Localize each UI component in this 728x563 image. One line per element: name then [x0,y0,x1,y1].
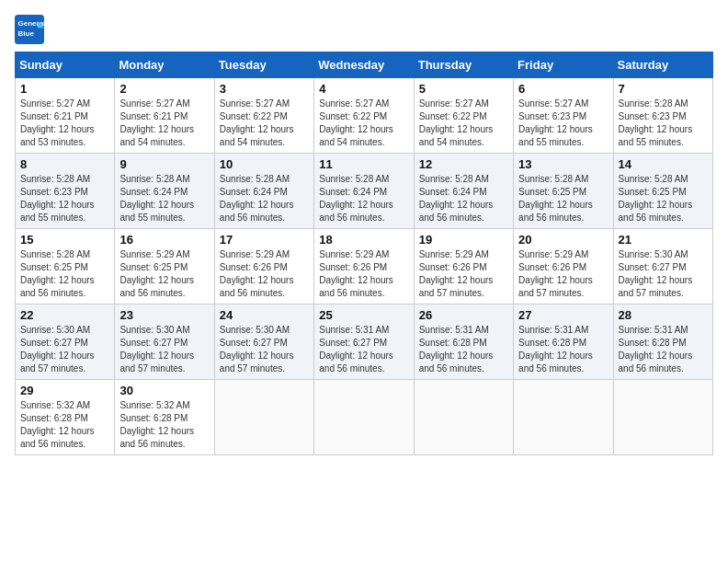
day-number: 15 [20,233,109,247]
day-info: Sunrise: 5:27 AMSunset: 6:22 PMDaylight:… [419,98,508,149]
day-info: Sunrise: 5:30 AMSunset: 6:27 PMDaylight:… [220,324,309,375]
day-info: Sunrise: 5:31 AMSunset: 6:28 PMDaylight:… [419,324,508,375]
day-number: 30 [119,384,209,397]
day-number: 13 [518,157,608,171]
day-info: Sunrise: 5:29 AMSunset: 6:26 PMDaylight:… [518,248,608,300]
day-header-monday: Monday [115,52,214,78]
calendar-cell: 12Sunrise: 5:28 AMSunset: 6:24 PMDayligh… [414,154,513,229]
day-number: 28 [619,308,708,322]
day-info: Sunrise: 5:29 AMSunset: 6:25 PMDaylight:… [119,248,209,300]
logo: General Blue [15,15,48,44]
day-number: 26 [419,308,508,322]
calendar-table: SundayMondayTuesdayWednesdayThursdayFrid… [15,52,713,455]
day-number: 9 [119,157,209,171]
day-header-tuesday: Tuesday [214,52,313,78]
day-number: 4 [319,82,408,96]
day-header-sunday: Sunday [16,52,115,78]
day-info: Sunrise: 5:27 AMSunset: 6:22 PMDaylight:… [319,98,408,149]
calendar-cell: 4Sunrise: 5:27 AMSunset: 6:22 PMDaylight… [314,78,414,154]
day-info: Sunrise: 5:30 AMSunset: 6:27 PMDaylight:… [119,324,209,375]
day-info: Sunrise: 5:29 AMSunset: 6:26 PMDaylight:… [319,248,408,300]
calendar-row: 29Sunrise: 5:32 AMSunset: 6:28 PMDayligh… [16,380,713,455]
svg-text:Blue: Blue [18,29,35,38]
calendar-cell: 14Sunrise: 5:28 AMSunset: 6:25 PMDayligh… [613,154,712,229]
calendar-cell: 19Sunrise: 5:29 AMSunset: 6:26 PMDayligh… [414,229,513,304]
day-info: Sunrise: 5:27 AMSunset: 6:21 PMDaylight:… [20,98,109,149]
calendar-cell: 18Sunrise: 5:29 AMSunset: 6:26 PMDayligh… [314,229,414,304]
day-info: Sunrise: 5:28 AMSunset: 6:24 PMDaylight:… [119,173,209,224]
day-info: Sunrise: 5:28 AMSunset: 6:23 PMDaylight:… [20,173,109,224]
day-info: Sunrise: 5:29 AMSunset: 6:26 PMDaylight:… [220,248,309,300]
day-info: Sunrise: 5:28 AMSunset: 6:24 PMDaylight:… [220,173,309,224]
day-number: 16 [119,233,209,247]
day-info: Sunrise: 5:30 AMSunset: 6:27 PMDaylight:… [20,324,109,375]
day-info: Sunrise: 5:31 AMSunset: 6:28 PMDaylight:… [518,324,608,375]
day-info: Sunrise: 5:31 AMSunset: 6:27 PMDaylight:… [319,324,408,375]
calendar-cell [514,380,613,455]
calendar-cell: 28Sunrise: 5:31 AMSunset: 6:28 PMDayligh… [613,304,712,380]
day-number: 12 [419,157,508,171]
calendar-cell [414,380,513,455]
day-number: 7 [619,82,708,96]
day-info: Sunrise: 5:32 AMSunset: 6:28 PMDaylight:… [20,399,109,451]
calendar-row: 15Sunrise: 5:28 AMSunset: 6:25 PMDayligh… [16,229,713,304]
day-number: 24 [220,308,309,322]
day-number: 11 [319,157,408,171]
day-number: 17 [220,233,309,247]
day-number: 2 [119,82,209,96]
calendar-cell: 17Sunrise: 5:29 AMSunset: 6:26 PMDayligh… [214,229,313,304]
day-number: 6 [518,82,608,96]
calendar-cell: 11Sunrise: 5:28 AMSunset: 6:24 PMDayligh… [314,154,414,229]
calendar-row: 1Sunrise: 5:27 AMSunset: 6:21 PMDaylight… [16,78,713,154]
logo-icon: General Blue [15,15,44,44]
calendar-cell: 8Sunrise: 5:28 AMSunset: 6:23 PMDaylight… [16,154,115,229]
calendar-body: 1Sunrise: 5:27 AMSunset: 6:21 PMDaylight… [16,78,713,455]
day-info: Sunrise: 5:27 AMSunset: 6:21 PMDaylight:… [119,98,209,149]
day-number: 14 [619,157,708,171]
days-header-row: SundayMondayTuesdayWednesdayThursdayFrid… [16,52,713,78]
calendar-row: 22Sunrise: 5:30 AMSunset: 6:27 PMDayligh… [16,304,713,380]
day-info: Sunrise: 5:28 AMSunset: 6:24 PMDaylight:… [319,173,408,224]
header: General Blue [15,15,713,44]
day-number: 21 [619,233,708,247]
day-number: 3 [220,82,309,96]
day-number: 23 [119,308,209,322]
calendar-cell: 26Sunrise: 5:31 AMSunset: 6:28 PMDayligh… [414,304,513,380]
calendar-cell: 15Sunrise: 5:28 AMSunset: 6:25 PMDayligh… [16,229,115,304]
day-info: Sunrise: 5:28 AMSunset: 6:24 PMDaylight:… [419,173,508,224]
day-info: Sunrise: 5:30 AMSunset: 6:27 PMDaylight:… [619,248,708,300]
calendar-cell: 25Sunrise: 5:31 AMSunset: 6:27 PMDayligh… [314,304,414,380]
day-number: 22 [20,308,109,322]
day-number: 19 [419,233,508,247]
day-info: Sunrise: 5:28 AMSunset: 6:23 PMDaylight:… [619,98,708,149]
calendar-cell: 29Sunrise: 5:32 AMSunset: 6:28 PMDayligh… [16,380,115,455]
day-number: 18 [319,233,408,247]
calendar-cell: 21Sunrise: 5:30 AMSunset: 6:27 PMDayligh… [613,229,712,304]
day-number: 1 [20,82,109,96]
day-header-saturday: Saturday [613,52,712,78]
day-number: 10 [220,157,309,171]
calendar-cell [613,380,712,455]
day-number: 29 [20,384,109,397]
day-info: Sunrise: 5:28 AMSunset: 6:25 PMDaylight:… [20,248,109,300]
calendar-cell [214,380,313,455]
day-info: Sunrise: 5:32 AMSunset: 6:28 PMDaylight:… [119,399,209,451]
day-number: 25 [319,308,408,322]
day-header-friday: Friday [514,52,613,78]
calendar-cell: 13Sunrise: 5:28 AMSunset: 6:25 PMDayligh… [514,154,613,229]
calendar-cell: 3Sunrise: 5:27 AMSunset: 6:22 PMDaylight… [214,78,313,154]
calendar-cell: 22Sunrise: 5:30 AMSunset: 6:27 PMDayligh… [16,304,115,380]
day-info: Sunrise: 5:27 AMSunset: 6:22 PMDaylight:… [220,98,309,149]
day-info: Sunrise: 5:28 AMSunset: 6:25 PMDaylight:… [619,173,708,224]
calendar-row: 8Sunrise: 5:28 AMSunset: 6:23 PMDaylight… [16,154,713,229]
day-number: 20 [518,233,608,247]
calendar-cell: 23Sunrise: 5:30 AMSunset: 6:27 PMDayligh… [115,304,214,380]
calendar-cell: 24Sunrise: 5:30 AMSunset: 6:27 PMDayligh… [214,304,313,380]
day-number: 27 [518,308,608,322]
day-number: 8 [20,157,109,171]
day-info: Sunrise: 5:31 AMSunset: 6:28 PMDaylight:… [619,324,708,375]
day-info: Sunrise: 5:29 AMSunset: 6:26 PMDaylight:… [419,248,508,300]
calendar-cell: 30Sunrise: 5:32 AMSunset: 6:28 PMDayligh… [115,380,214,455]
calendar-cell: 16Sunrise: 5:29 AMSunset: 6:25 PMDayligh… [115,229,214,304]
day-header-thursday: Thursday [414,52,513,78]
